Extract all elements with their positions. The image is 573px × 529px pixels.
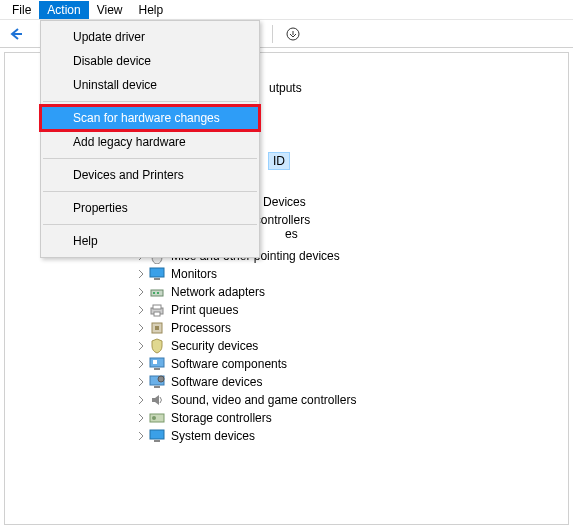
back-button[interactable] [6,24,26,44]
tree-label: Monitors [169,266,219,282]
tree-node-network[interactable]: Network adapters [5,283,568,301]
menu-separator [43,191,257,192]
storage-icon [149,410,165,426]
svg-rect-14 [150,268,164,277]
menubar: File Action View Help [0,0,573,20]
chevron-right-icon[interactable] [135,394,147,406]
menu-view[interactable]: View [89,1,131,19]
peek-es: es [285,227,298,241]
menu-action[interactable]: Action [39,1,88,19]
system-icon [149,428,165,444]
svg-rect-15 [154,278,160,280]
menu-disable-device[interactable]: Disable device [41,49,259,73]
tree-node-processors[interactable]: Processors [5,319,568,337]
menu-separator [43,101,257,102]
peek-selected-text: ID [269,153,289,169]
menu-separator [43,224,257,225]
security-icon [149,338,165,354]
tree-label: System devices [169,428,257,444]
svg-rect-23 [155,326,159,330]
menu-help[interactable]: Help [131,1,172,19]
software-device-icon [149,374,165,390]
tree-label: Sound, video and game controllers [169,392,358,408]
tree-label: Software components [169,356,289,372]
tree-label: Processors [169,320,233,336]
tree-label: Software devices [169,374,264,390]
menu-add-legacy[interactable]: Add legacy hardware [41,130,259,154]
chevron-right-icon[interactable] [135,340,147,352]
chevron-right-icon[interactable] [135,412,147,424]
svg-rect-17 [153,292,155,294]
menu-file[interactable]: File [4,1,39,19]
chevron-right-icon[interactable] [135,268,147,280]
menu-uninstall-device[interactable]: Uninstall device [41,73,259,97]
chevron-right-icon[interactable] [135,286,147,298]
speaker-icon [149,392,165,408]
svg-rect-25 [154,368,160,370]
network-icon [149,284,165,300]
tree-label: Network adapters [169,284,267,300]
chevron-right-icon[interactable] [135,430,147,442]
chevron-right-icon[interactable] [135,304,147,316]
svg-rect-21 [154,312,160,316]
tree-node-sound[interactable]: Sound, video and game controllers [5,391,568,409]
menu-properties[interactable]: Properties [41,196,259,220]
svg-rect-32 [150,430,164,439]
action-menu-dropdown: Update driver Disable device Uninstall d… [40,20,260,258]
menu-devices-printers[interactable]: Devices and Printers [41,163,259,187]
menu-update-driver[interactable]: Update driver [41,25,259,49]
tree-node-print-queues[interactable]: Print queues [5,301,568,319]
chevron-right-icon[interactable] [135,358,147,370]
tree-node-storage[interactable]: Storage controllers [5,409,568,427]
svg-point-31 [152,416,156,420]
processor-icon [149,320,165,336]
tree-node-software-components[interactable]: Software components [5,355,568,373]
toolbar-button[interactable] [283,24,303,44]
tree-label: Print queues [169,302,240,318]
tree-label: Storage controllers [169,410,274,426]
tree-node-system[interactable]: System devices [5,427,568,445]
menu-help[interactable]: Help [41,229,259,253]
peek-outputs: utputs [269,81,302,95]
printer-icon [149,302,165,318]
svg-rect-26 [153,360,157,364]
tree-node-monitors[interactable]: Monitors [5,265,568,283]
menu-scan-hardware[interactable]: Scan for hardware changes [41,106,259,130]
svg-rect-18 [157,292,159,294]
svg-point-29 [158,376,164,382]
svg-rect-33 [154,440,160,442]
tree-node-software-devices[interactable]: Software devices [5,373,568,391]
menu-separator [43,158,257,159]
component-icon [149,356,165,372]
svg-rect-28 [154,386,160,388]
chevron-right-icon[interactable] [135,376,147,388]
monitor-icon [149,266,165,282]
toolbar-separator [272,25,273,43]
tree-node-security[interactable]: Security devices [5,337,568,355]
chevron-right-icon[interactable] [135,322,147,334]
svg-rect-20 [153,305,161,309]
tree-label: Security devices [169,338,260,354]
